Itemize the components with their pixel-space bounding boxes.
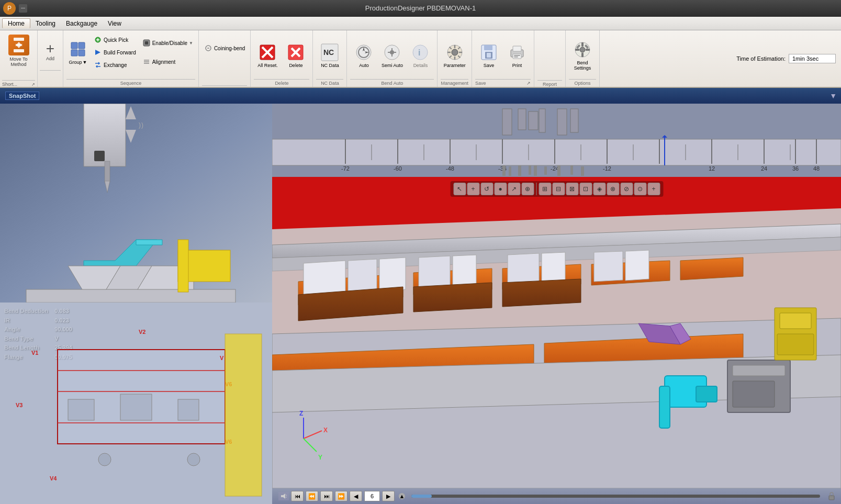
save-label: Save: [484, 63, 495, 68]
frame-input[interactable]: [364, 491, 380, 501]
app-icon: P: [3, 2, 16, 15]
move-to-method-button[interactable]: Move ToMethod: [2, 33, 35, 68]
save-button[interactable]: Save: [475, 37, 502, 74]
sequence-label: Sequence: [66, 79, 195, 87]
print-button[interactable]: Print: [503, 37, 531, 74]
svg-text:V1: V1: [31, 350, 38, 356]
tool-rotate[interactable]: ↺: [480, 183, 493, 195]
exchange-button[interactable]: Exchange: [92, 60, 138, 70]
save-label-text: Save: [475, 81, 486, 86]
move-to-method-label: Move ToMethod: [10, 57, 28, 67]
shortcut-bottom: Short... ↗: [2, 80, 35, 87]
tool-dot[interactable]: ●: [494, 183, 507, 195]
delete-section: All Reset. Delete Delete: [251, 30, 313, 87]
svg-marker-147: [348, 259, 377, 293]
right-panel: -72 -60 -48 -36 -24 -12: [272, 104, 841, 504]
all-reset-button[interactable]: All Reset.: [254, 37, 281, 74]
tool-3[interactable]: ⊠: [566, 183, 578, 195]
svg-text:24: 24: [761, 165, 767, 172]
svg-marker-12: [95, 50, 100, 55]
exchange-label: Exchange: [104, 62, 127, 68]
svg-rect-77: [68, 399, 94, 420]
parameter-icon: [445, 43, 464, 62]
play-end-button[interactable]: ⏭: [320, 491, 333, 501]
tool-zoom[interactable]: ⊕: [521, 183, 534, 195]
parameter-button[interactable]: Parameter: [441, 37, 468, 74]
semi-auto-button[interactable]: Semi Auto: [378, 37, 406, 74]
details-button[interactable]: i Details: [407, 37, 434, 74]
play-prev-button[interactable]: ⏪: [306, 491, 318, 501]
group-dropdown-arrow: ▼: [83, 60, 87, 65]
add-section: + Add: [38, 30, 63, 87]
svg-rect-94: [570, 109, 578, 132]
auto-button[interactable]: Auto: [350, 37, 377, 74]
play-start-button[interactable]: ⏮: [291, 491, 304, 501]
svg-text:): ): [141, 121, 143, 129]
tool-8[interactable]: ⊙: [634, 183, 646, 195]
svg-point-75: [98, 453, 111, 466]
tool-move[interactable]: +: [467, 183, 479, 195]
svg-text:i: i: [418, 48, 420, 57]
snapshot-header: SnapShot ▼: [0, 88, 841, 104]
tool-7[interactable]: ⊘: [620, 183, 633, 195]
bottom-bar: ⏮ ⏪ ⏭ ⏩ ◀ ▶ ▲: [272, 488, 841, 504]
lock-icon: [826, 491, 837, 501]
parameter-label: Parameter: [444, 63, 466, 68]
schematic-svg: V2 V1 V3 V4 V V6 V6: [0, 303, 272, 504]
svg-text:V3: V3: [16, 402, 23, 408]
svg-text:NC: NC: [323, 48, 334, 57]
play-next-button[interactable]: ⏩: [335, 491, 347, 501]
menu-view[interactable]: View: [103, 19, 127, 28]
delete-button[interactable]: Delete: [282, 37, 309, 74]
frame-up-btn[interactable]: ▲: [399, 493, 405, 499]
svg-rect-133: [544, 166, 547, 175]
move-to-method-icon: [8, 35, 29, 55]
ncdata-section-label: NC Data: [316, 79, 343, 87]
snapshot-dropdown[interactable]: ▼: [829, 92, 837, 100]
enable-disable-button[interactable]: Enable/Disable ▼: [140, 38, 195, 48]
tool-arrow[interactable]: ↗: [508, 183, 520, 195]
time-estimation-label: Time of Estimation:: [736, 55, 786, 62]
menu-home[interactable]: Home: [2, 18, 30, 28]
svg-rect-49: [575, 49, 579, 51]
svg-marker-151: [508, 253, 539, 285]
time-estimation-value[interactable]: [789, 54, 836, 63]
bend-settings-label: Bend Settings: [570, 60, 595, 71]
tool-1[interactable]: ⊞: [539, 183, 551, 195]
svg-marker-154: [625, 250, 649, 281]
alignment-label: Alignment: [152, 59, 175, 65]
svg-marker-157: [502, 279, 581, 307]
toolbar-sep1: [536, 183, 536, 195]
svg-text:V4: V4: [50, 475, 57, 481]
menu-backgauge[interactable]: Backgauge: [61, 19, 103, 28]
quick-pick-icon: [94, 36, 102, 44]
progress-track[interactable]: [411, 495, 820, 498]
svg-rect-167: [733, 381, 775, 407]
3d-simulation-view: ) ): [0, 104, 272, 303]
coining-bend-button[interactable]: Coining-bend: [202, 43, 248, 53]
svg-text:-12: -12: [603, 165, 611, 172]
tool-2[interactable]: ⊟: [552, 183, 565, 195]
svg-rect-91: [529, 111, 538, 130]
group-button[interactable]: Group ▼: [66, 33, 89, 71]
machine-3d-svg: Z X Y: [272, 177, 841, 488]
add-button[interactable]: + Add: [40, 32, 61, 70]
play-back-button[interactable]: ◀: [350, 491, 362, 501]
tool-add[interactable]: +: [647, 183, 660, 195]
nc-data-button[interactable]: NC NC Data: [316, 37, 343, 74]
tool-6[interactable]: ⊗: [607, 183, 619, 195]
svg-rect-89: [502, 109, 512, 135]
tool-4[interactable]: ⊡: [579, 183, 592, 195]
tool-5[interactable]: ◈: [593, 183, 605, 195]
alignment-button[interactable]: Alignment: [140, 57, 195, 67]
svg-text:-60: -60: [394, 165, 402, 172]
svg-rect-93: [557, 109, 567, 135]
bend-settings-button[interactable]: Bend Settings: [569, 37, 596, 74]
coining-icon: [204, 44, 212, 52]
tool-pointer[interactable]: ↖: [453, 183, 466, 195]
svg-rect-8: [79, 50, 85, 56]
quick-pick-button[interactable]: Quick Pick: [92, 35, 138, 45]
build-forward-button[interactable]: Build Forward: [92, 47, 138, 58]
menu-tooling[interactable]: Tooling: [30, 19, 61, 28]
play-forward-button[interactable]: ▶: [382, 491, 395, 501]
